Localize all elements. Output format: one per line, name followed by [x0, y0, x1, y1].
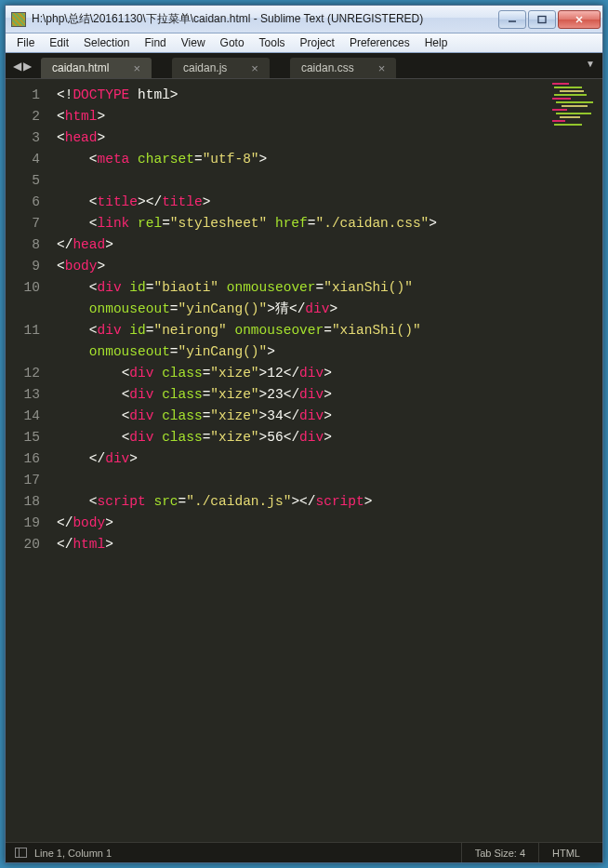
code-line[interactable]: </html> — [57, 534, 547, 555]
tab-caidan-css[interactable]: caidan.css× — [290, 58, 396, 78]
code-line[interactable]: <div id="neirong" onmouseover="xianShi()… — [57, 320, 547, 341]
line-number: 14 — [6, 406, 40, 427]
line-number: 10 — [6, 277, 40, 299]
code-area[interactable]: <!DOCTYPE html><html><head> <meta charse… — [49, 79, 547, 842]
close-icon — [574, 15, 585, 24]
code-line[interactable]: <div class="xize">34</div> — [57, 406, 547, 427]
code-line[interactable]: <script src="./caidan.js"></script> — [57, 491, 547, 513]
tabstrip: ◀ ▶ caidan.html×caidan.js×caidan.css× ▼ — [6, 53, 602, 79]
close-button[interactable] — [558, 10, 601, 29]
statusbar: Line 1, Column 1 Tab Size: 4 HTML — [6, 842, 602, 862]
tab-close-icon[interactable]: × — [378, 61, 386, 75]
line-number: 19 — [6, 513, 40, 534]
line-number: 11 — [6, 320, 40, 341]
tab-label: caidan.html — [52, 61, 109, 74]
minimap[interactable] — [547, 79, 602, 842]
maximize-icon — [536, 15, 548, 24]
code-line[interactable]: <link rel="stylesheet" href="./caidan.cs… — [57, 213, 547, 234]
line-number: 18 — [6, 491, 40, 513]
titlebar[interactable]: H:\php\总结\20161130\下拉菜单\caidan.html - Su… — [6, 6, 602, 33]
code-line[interactable]: <title></title> — [57, 192, 547, 213]
code-line[interactable]: <!DOCTYPE html> — [57, 85, 547, 106]
nav-back-icon[interactable]: ◀ — [13, 60, 21, 73]
line-number: 7 — [6, 213, 40, 234]
tab-close-icon[interactable]: × — [133, 61, 140, 75]
app-window: H:\php\总结\20161130\下拉菜单\caidan.html - Su… — [5, 5, 603, 863]
line-number: 6 — [6, 192, 40, 213]
code-line[interactable]: <meta charset="utf-8"> — [57, 149, 547, 170]
tab-label: caidan.css — [301, 61, 354, 74]
menu-item-find[interactable]: Find — [137, 34, 173, 51]
maximize-button[interactable] — [528, 10, 556, 29]
menu-item-selection[interactable]: Selection — [76, 34, 137, 51]
code-line[interactable]: </body> — [57, 513, 547, 534]
line-number: 17 — [6, 470, 40, 491]
line-number: 3 — [6, 127, 40, 149]
line-number: 8 — [6, 234, 40, 256]
line-number: 2 — [6, 106, 40, 127]
minimize-icon — [507, 15, 518, 24]
status-position: Line 1, Column 1 — [34, 848, 112, 859]
line-number: 13 — [6, 384, 40, 406]
menu-item-edit[interactable]: Edit — [42, 34, 76, 51]
status-syntax[interactable]: HTML — [538, 843, 593, 862]
code-line[interactable] — [57, 470, 547, 491]
svg-rect-1 — [538, 16, 546, 22]
code-line[interactable] — [57, 170, 547, 192]
tab-overflow-icon[interactable]: ▼ — [586, 59, 595, 69]
code-line[interactable]: </div> — [57, 448, 547, 470]
line-number — [6, 341, 40, 363]
tab-close-icon[interactable]: × — [251, 61, 258, 75]
line-number: 5 — [6, 170, 40, 192]
side-panel-icon[interactable] — [15, 848, 27, 858]
line-number: 4 — [6, 149, 40, 170]
line-number: 12 — [6, 363, 40, 384]
code-line[interactable]: <head> — [57, 127, 547, 149]
menu-item-project[interactable]: Project — [293, 34, 342, 51]
menu-item-tools[interactable]: Tools — [252, 34, 293, 51]
tab-history-nav: ◀ ▶ — [13, 60, 32, 73]
line-number: 15 — [6, 427, 40, 448]
tab-caidan-js[interactable]: caidan.js× — [172, 58, 270, 78]
code-line[interactable]: </head> — [57, 234, 547, 256]
tab-caidan-html[interactable]: caidan.html× — [41, 58, 152, 78]
nav-forward-icon[interactable]: ▶ — [23, 60, 32, 73]
menu-item-goto[interactable]: Goto — [213, 34, 252, 51]
minimize-button[interactable] — [498, 10, 526, 29]
tab-label: caidan.js — [183, 61, 227, 74]
code-line[interactable]: <div class="xize">56</div> — [57, 427, 547, 448]
menu-item-preferences[interactable]: Preferences — [342, 34, 417, 51]
code-line[interactable]: <body> — [57, 256, 547, 277]
code-line[interactable]: <div id="biaoti" onmouseover="xianShi()" — [57, 277, 547, 299]
window-buttons — [498, 10, 601, 29]
menu-item-file[interactable]: File — [9, 34, 42, 51]
menu-item-view[interactable]: View — [174, 34, 213, 51]
line-number: 20 — [6, 534, 40, 555]
code-line[interactable]: <div class="xize">12</div> — [57, 363, 547, 384]
code-line[interactable]: onmouseout="yinCang()"> — [57, 341, 547, 363]
line-number: 1 — [6, 85, 40, 106]
editor[interactable]: 1234567891011121314151617181920 <!DOCTYP… — [6, 79, 602, 842]
menubar: FileEditSelectionFindViewGotoToolsProjec… — [6, 33, 602, 53]
menu-item-help[interactable]: Help — [417, 34, 456, 51]
line-number: 9 — [6, 256, 40, 277]
line-number — [6, 299, 40, 320]
status-tab-size[interactable]: Tab Size: 4 — [461, 843, 538, 862]
code-line[interactable]: <html> — [57, 106, 547, 127]
line-number: 16 — [6, 448, 40, 470]
code-line[interactable]: onmouseout="yinCang()">猜</div> — [57, 299, 547, 320]
window-title: H:\php\总结\20161130\下拉菜单\caidan.html - Su… — [32, 11, 498, 27]
minimap-content — [552, 83, 599, 139]
code-line[interactable]: <div class="xize">23</div> — [57, 384, 547, 406]
app-icon — [11, 12, 26, 27]
gutter: 1234567891011121314151617181920 — [6, 79, 49, 842]
